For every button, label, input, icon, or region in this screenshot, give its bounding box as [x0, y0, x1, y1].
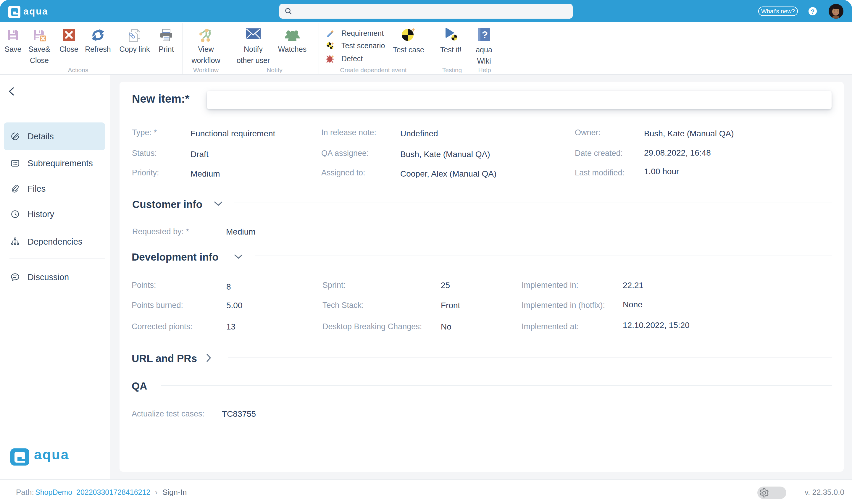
svg-text:?: ? [482, 29, 488, 40]
